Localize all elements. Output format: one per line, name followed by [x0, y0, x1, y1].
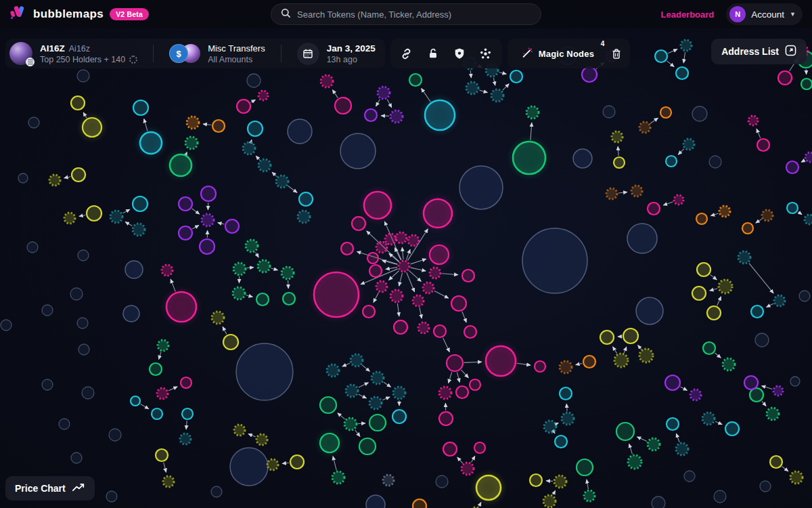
bubble-node-dashed[interactable] — [612, 131, 623, 142]
bubble-node-dashed[interactable] — [369, 397, 382, 409]
bubble-node-dashed[interactable] — [371, 372, 384, 384]
bubble-node[interactable] — [363, 305, 375, 318]
bubble-node-dashed[interactable] — [256, 434, 267, 445]
bubble-node[interactable] — [474, 442, 485, 453]
bubble-node-dashed[interactable] — [298, 211, 310, 223]
bubble-node[interactable] — [335, 98, 351, 114]
bubble-node[interactable] — [583, 356, 595, 368]
bubble-map[interactable] — [0, 0, 812, 508]
bubble-node[interactable] — [447, 355, 463, 371]
cluster-icon[interactable] — [478, 46, 493, 61]
bubble-node[interactable] — [392, 410, 406, 423]
bubble-node-dashed[interactable] — [674, 195, 683, 205]
bubble-node[interactable] — [703, 342, 715, 354]
bubble-node-dashed[interactable] — [212, 312, 224, 324]
bubble-node[interactable] — [667, 418, 679, 430]
bubble-node-dashed[interactable] — [430, 268, 441, 278]
bubble-node[interactable] — [430, 245, 449, 264]
bubble-node[interactable] — [170, 154, 191, 176]
bubble-node-dashed[interactable] — [187, 117, 199, 129]
bubble-node-dashed[interactable] — [267, 459, 278, 470]
bubble-node-dashed[interactable] — [378, 87, 390, 99]
bubble-node[interactable] — [456, 386, 468, 398]
bubble-node[interactable] — [786, 161, 798, 173]
bubble-node[interactable] — [212, 120, 225, 132]
bubble-node[interactable] — [290, 455, 304, 469]
bubble-node[interactable] — [87, 206, 102, 221]
bubble-node[interactable] — [179, 226, 192, 240]
bubble-node[interactable] — [787, 203, 798, 213]
bubble-node[interactable] — [757, 139, 769, 151]
bubble-node[interactable] — [451, 296, 466, 311]
bubble-node-dashed[interactable] — [639, 122, 650, 133]
magic-nodes-button[interactable]: Magic Nodes 4 — [512, 43, 603, 64]
trash-icon[interactable] — [608, 45, 625, 62]
bubble-node-dashed[interactable] — [773, 386, 783, 396]
bubble-node[interactable] — [464, 326, 476, 338]
bubble-node[interactable] — [166, 292, 196, 322]
bubble-node[interactable] — [409, 74, 422, 86]
bubble-node-dashed[interactable] — [110, 211, 122, 223]
bubble-node-dashed[interactable] — [158, 340, 168, 351]
bubble-node[interactable] — [439, 412, 453, 425]
bubble-node[interactable] — [513, 142, 545, 174]
bubble-node-dashed[interactable] — [162, 265, 173, 276]
bubble-node[interactable] — [201, 186, 216, 201]
bubble-node[interactable] — [742, 223, 753, 234]
bubble-node[interactable] — [696, 213, 707, 224]
bubble-node[interactable] — [71, 96, 85, 110]
bubble-node-dashed[interactable] — [526, 106, 539, 119]
bubble-node-dashed[interactable] — [560, 361, 572, 373]
bubble-node-dashed[interactable] — [393, 387, 405, 399]
bubble-node[interactable] — [369, 415, 386, 431]
bubble-node-dashed[interactable] — [390, 290, 403, 302]
account-menu[interactable]: N Account ▼ — [726, 3, 803, 25]
bubble-node-dashed[interactable] — [606, 188, 617, 199]
bubble-node-dashed[interactable] — [719, 206, 730, 217]
price-chart-button[interactable]: Price Chart — [5, 476, 95, 501]
bubble-node-dashed[interactable] — [276, 175, 288, 188]
bubble-node-dashed[interactable] — [385, 234, 396, 245]
bubble-node-dashed[interactable] — [628, 455, 641, 469]
bubble-node[interactable] — [648, 203, 660, 215]
bubble-node[interactable] — [425, 100, 455, 130]
bubble-node-dashed[interactable] — [676, 443, 688, 455]
bubble-node[interactable] — [182, 408, 193, 419]
token-selector[interactable]: AI16Z Ai16z Top 250 Holders + 140 $ Misc… — [5, 39, 385, 68]
bubble-node[interactable] — [181, 377, 191, 388]
bubble-node-dashed[interactable] — [346, 385, 358, 397]
bubble-node-dashed[interactable] — [439, 387, 451, 399]
bubble-node[interactable] — [225, 219, 239, 233]
bubble-node-dashed[interactable] — [554, 475, 566, 488]
bubble-node-dashed[interactable] — [233, 263, 246, 275]
bubble-node-dashed[interactable] — [180, 433, 191, 444]
bubble-node[interactable] — [600, 331, 614, 344]
bubble-node[interactable] — [150, 363, 162, 375]
bubble-node[interactable] — [256, 293, 269, 305]
bubble-node-dashed[interactable] — [491, 89, 503, 102]
bubble-node[interactable] — [692, 287, 706, 300]
bubble-node[interactable] — [510, 70, 522, 83]
bubble-node[interactable] — [72, 168, 85, 182]
brand[interactable]: bubblemaps V2 Beta — [9, 5, 149, 23]
bubble-node[interactable] — [320, 433, 339, 452]
bubble-node[interactable] — [555, 436, 567, 448]
bubble-node[interactable] — [413, 499, 426, 508]
link-icon[interactable] — [399, 46, 414, 61]
bubble-node-dashed[interactable] — [243, 142, 255, 154]
bubble-node[interactable] — [179, 197, 192, 211]
bubble-node-dashed[interactable] — [376, 242, 387, 253]
bubble-node-dashed[interactable] — [258, 91, 268, 100]
bubble-node[interactable] — [582, 67, 597, 82]
bubble-node-dashed[interactable] — [133, 224, 145, 236]
token-search[interactable] — [271, 3, 541, 25]
bubble-node[interactable] — [676, 67, 688, 79]
bubble-node-dashed[interactable] — [639, 349, 653, 362]
bubble-node[interactable] — [801, 79, 812, 89]
bubble-node[interactable] — [443, 442, 457, 456]
bubble-node-dashed[interactable] — [233, 287, 245, 299]
bubble-node-dashed[interactable] — [399, 261, 409, 272]
bubble-node[interactable] — [424, 199, 452, 228]
bubble-node-dashed[interactable] — [805, 215, 812, 224]
bubble-node-dashed[interactable] — [396, 232, 407, 243]
